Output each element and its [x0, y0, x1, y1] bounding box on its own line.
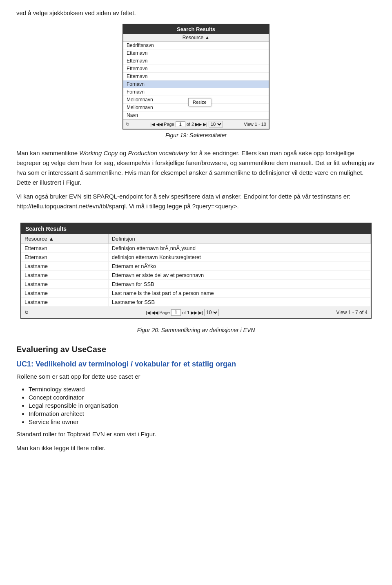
role-information-architect: Information architect — [29, 410, 84, 417]
list-item: Bedriftsnavn — [123, 42, 269, 49]
figure19-container: Search Results Resource ▲ Bedriftsnavn E… — [16, 24, 376, 143]
role-terminology-steward: Terminology steward — [29, 386, 85, 393]
table-row: Lastname Etternavn er siste del av et pe… — [21, 271, 371, 280]
table-row: Lastname Etternavn for SSB — [21, 280, 371, 289]
figure20-caption: Figur 20: Sammenlikning av definisjoner … — [137, 327, 255, 333]
paragraph1: Man kan sammenlikne Working Copy og Prod… — [16, 148, 376, 188]
cannot-add-roles-text: Man kan ikke legge til flere roller. — [16, 443, 376, 453]
of-label: of 2 — [187, 122, 194, 127]
refresh-icon[interactable]: ↻ — [126, 122, 129, 127]
cell-resource: Lastname — [21, 289, 108, 298]
list-item: Etternavn — [123, 65, 269, 73]
working-copy-text: Working Copy — [79, 150, 118, 156]
per-page-select[interactable]: 10 25 50 — [204, 309, 219, 316]
section1-heading: Evaluering av UseCase — [16, 345, 376, 354]
cell-resource: Lastname — [21, 298, 108, 307]
last-page-icon[interactable]: ▶| — [198, 310, 203, 315]
table-row: Lastname Last name is the last part of a… — [21, 289, 371, 298]
list-item: Terminology steward — [29, 386, 376, 393]
cell-resource: Etternavn — [21, 253, 108, 262]
list-item: Legal responsible in organisation — [29, 402, 376, 409]
role-concept-coordinator: Concept coordinator — [29, 394, 84, 401]
sr-large-footer: ↻ |◀ ◀◀ Page of 1 ▶▶ ▶| 10 25 50 View 1 … — [21, 307, 371, 318]
table-row: Etternavn Definisjon etternavn brÃ¸nnÃ¸y… — [21, 244, 371, 253]
next-page-icon[interactable]: ▶▶ — [195, 122, 202, 127]
sr-large-title: Search Results — [21, 223, 371, 234]
roles-list: Terminology steward Concept coordinator … — [29, 386, 376, 425]
search-results-large: Search Results Resource ▲ Definisjon Ett… — [20, 223, 372, 319]
table-header-row: Resource ▲ Definisjon — [21, 234, 371, 244]
list-item: Service line owner — [29, 418, 376, 425]
production-vocab-text: Production vocabulary — [128, 150, 188, 156]
cell-resource: Etternavn — [21, 244, 108, 253]
intro-text: ved å velge sjekkboksen ved siden av fel… — [16, 8, 376, 18]
first-page-icon[interactable]: |◀ — [150, 122, 155, 127]
resize-label: Resize — [193, 100, 207, 105]
page-label: Page — [164, 122, 174, 127]
table-row: Lastname Etternam er nÃ¥ko — [21, 262, 371, 271]
list-item: Navn — [123, 112, 269, 119]
role-service-line-owner: Service line owner — [29, 418, 79, 425]
resize-popup: Resize — [188, 98, 211, 106]
figure19-wrapper: Search Results Resource ▲ Bedriftsnavn E… — [122, 24, 270, 130]
last-page-icon[interactable]: ▶| — [203, 122, 207, 127]
next-page-icon[interactable]: ▶▶ — [191, 310, 197, 315]
cell-definisjon: Etternam er nÃ¥ko — [108, 262, 370, 271]
paragraph2: Vi kan også bruker EVN sitt SPARQL-endpo… — [16, 192, 376, 211]
cell-definisjon: Last name is the last part of a person n… — [108, 289, 370, 298]
of-label: of 1 — [182, 310, 189, 315]
cell-definisjon: Etternavn for SSB — [108, 280, 370, 289]
cell-resource: Lastname — [21, 271, 108, 280]
standard-roles-text: Standard roller for Topbraid EVN er som … — [16, 429, 376, 439]
cell-resource: Lastname — [21, 262, 108, 271]
list-item: Etternavn — [123, 49, 269, 57]
per-page-select[interactable]: 10 25 50 — [209, 121, 223, 127]
list-item: Fornavn — [123, 80, 269, 88]
view-label: View 1 - 10 — [244, 122, 266, 127]
search-results-small: Search Results Resource ▲ Bedriftsnavn E… — [122, 24, 270, 130]
list-item: Etternavn — [123, 57, 269, 65]
search-results-table: Resource ▲ Definisjon Etternavn Definisj… — [21, 234, 371, 307]
role-legal-responsible: Legal responsible in organisation — [29, 402, 118, 409]
first-page-icon[interactable]: |◀ — [146, 310, 150, 315]
figure19-caption: Figur 19: Søkeresultater — [165, 132, 227, 138]
page-label: Page — [159, 310, 170, 315]
sr-small-title: Search Results — [123, 25, 269, 34]
refresh-icon[interactable]: ↻ — [24, 310, 29, 315]
list-item: Concept coordinator — [29, 394, 376, 401]
cell-definisjon: definisjon etternavn Konkursregisteret — [108, 253, 370, 262]
figure20-container: Search Results Resource ▲ Definisjon Ett… — [16, 217, 376, 337]
cell-definisjon: Definisjon etternavn brÃ¸nnÃ¸ysund — [108, 244, 370, 253]
cell-definisjon: Lastname for SSB — [108, 298, 370, 307]
col-definisjon: Definisjon — [108, 234, 370, 244]
table-row: Lastname Lastname for SSB — [21, 298, 371, 307]
roles-intro: Rollene som er satt opp for dette use ca… — [16, 372, 376, 382]
list-item: Etternavn — [123, 73, 269, 80]
list-item: Information architect — [29, 410, 376, 417]
page-input[interactable] — [171, 309, 181, 316]
prev-page-icon[interactable]: ◀◀ — [151, 310, 158, 315]
prev-page-icon[interactable]: ◀◀ — [156, 122, 163, 127]
table-row: Etternavn definisjon etternavn Konkursre… — [21, 253, 371, 262]
sr-small-footer: ↻ |◀ ◀◀ Page of 2 ▶▶ ▶| 10 25 50 View 1 … — [123, 119, 269, 129]
view-label: View 1 - 7 of 4 — [336, 310, 368, 315]
col-resource: Resource ▲ — [21, 234, 108, 244]
list-item: Fornavn — [123, 88, 269, 96]
section1-subheading: UC1: Vedlikehold av terminologi / vokabu… — [16, 360, 376, 368]
sr-small-pagination: |◀ ◀◀ Page of 2 ▶▶ ▶| 10 25 50 — [150, 121, 223, 127]
page-input[interactable] — [176, 121, 185, 127]
sr-large-pagination: |◀ ◀◀ Page of 1 ▶▶ ▶| 10 25 50 — [146, 309, 219, 316]
sr-small-header: Resource ▲ — [123, 34, 269, 42]
cell-resource: Lastname — [21, 280, 108, 289]
cell-definisjon: Etternavn er siste del av et personnavn — [108, 271, 370, 280]
